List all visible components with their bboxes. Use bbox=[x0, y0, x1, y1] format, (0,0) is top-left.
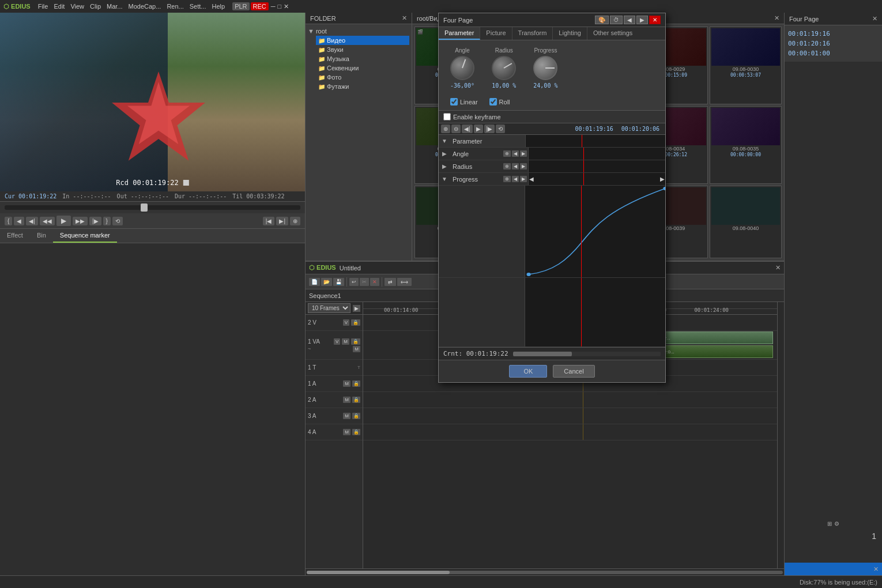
folder-sounds[interactable]: 📁 Звуки bbox=[316, 45, 409, 54]
kf-loop-btn[interactable]: ⟲ bbox=[496, 125, 505, 133]
kf-hscroll-thumb[interactable] bbox=[513, 352, 572, 356]
menu-sett[interactable]: Sett... bbox=[187, 3, 209, 10]
kf-next-btn[interactable]: |▶ bbox=[484, 125, 495, 133]
track-1va-lock[interactable]: 🔒 bbox=[351, 338, 360, 345]
angle-kf-btn3[interactable]: ▶ bbox=[520, 150, 527, 157]
mark-out2-btn[interactable]: ▶| bbox=[276, 217, 288, 225]
track-2v-vis[interactable]: V bbox=[343, 319, 349, 326]
hscroll-track[interactable] bbox=[307, 571, 783, 574]
info-panel-close[interactable]: ✕ bbox=[872, 15, 877, 22]
progress-kf-btn1[interactable]: ⊕ bbox=[503, 176, 511, 182]
ff-btn[interactable]: ▶▶ bbox=[73, 217, 88, 225]
radius-knob[interactable] bbox=[492, 56, 516, 80]
tab-sequence-marker[interactable]: Sequence marker bbox=[53, 229, 117, 243]
param-progress-kf-bar[interactable]: ◀ ▶ bbox=[528, 173, 665, 185]
hscroll-thumb[interactable] bbox=[307, 571, 450, 574]
info-close-bar-btn[interactable]: ✕ bbox=[873, 566, 879, 573]
scrubber-thumb[interactable] bbox=[141, 203, 148, 212]
track-2a-content[interactable] bbox=[363, 392, 777, 408]
dialog-next-btn[interactable]: ▶ bbox=[636, 16, 648, 24]
thumb-0030[interactable]: 09.08-0030 00:00:53:07 bbox=[710, 27, 782, 104]
tab-effect[interactable]: Effect bbox=[0, 229, 30, 243]
timeline-vscrollbar[interactable] bbox=[777, 302, 784, 568]
radius-kf-btn3[interactable]: ▶ bbox=[520, 163, 527, 169]
track-1va-audio-mute[interactable]: M bbox=[353, 346, 360, 352]
edius-second-close[interactable]: ✕ bbox=[775, 264, 781, 272]
step-back-btn[interactable]: ◀| bbox=[26, 217, 38, 225]
folder-root[interactable]: ▼ root bbox=[308, 27, 409, 36]
kf-prev-btn[interactable]: ◀| bbox=[462, 125, 473, 133]
step-fwd-btn[interactable]: |▶ bbox=[89, 217, 101, 225]
roll-check-label[interactable]: Roll bbox=[489, 98, 510, 105]
menu-edit[interactable]: Edit bbox=[51, 3, 67, 10]
menu-help[interactable]: Help bbox=[209, 3, 228, 10]
track-1a-mute[interactable]: M bbox=[343, 380, 350, 387]
track-3a-lock[interactable]: 🔒 bbox=[352, 413, 360, 419]
mark-in-btn[interactable]: { bbox=[5, 217, 12, 225]
progress-arrow-right[interactable]: ▶ bbox=[660, 176, 665, 182]
dialog-prev-btn[interactable]: ◀ bbox=[624, 16, 635, 24]
prev-btn[interactable]: ◀ bbox=[14, 217, 24, 225]
param-radius-kf-area[interactable] bbox=[528, 160, 665, 172]
frame-rate-select[interactable]: 10 Frames bbox=[308, 303, 350, 313]
angle-knob[interactable] bbox=[450, 56, 474, 80]
track-3a-mute[interactable]: M bbox=[343, 413, 350, 419]
maximize-btn[interactable]: □ bbox=[278, 3, 282, 10]
ok-button[interactable]: OK bbox=[509, 365, 547, 378]
ruler-btn[interactable]: ▶ bbox=[353, 305, 360, 312]
radius-kf-btn1[interactable]: ⊕ bbox=[503, 163, 511, 169]
thumb-0035[interactable]: 09.08-0035 00:00:00:00 bbox=[710, 106, 782, 184]
kf-play-btn[interactable]: ▶ bbox=[474, 125, 483, 133]
close-btn[interactable]: ✕ bbox=[284, 3, 289, 10]
loop-btn[interactable]: ⟲ bbox=[112, 217, 123, 225]
track-2v-lock[interactable]: 🔒 bbox=[351, 319, 360, 326]
tb-new[interactable]: 📄 bbox=[309, 278, 320, 286]
param-radius-expand[interactable]: ▶ bbox=[439, 163, 450, 169]
track-2a-lock[interactable]: 🔒 bbox=[352, 397, 360, 403]
track-1va-vis[interactable]: V bbox=[334, 338, 340, 345]
dtab-picture[interactable]: Picture bbox=[480, 27, 512, 40]
track-4a-content[interactable] bbox=[363, 424, 777, 440]
progress-graph[interactable] bbox=[525, 186, 665, 277]
linear-checkbox[interactable] bbox=[450, 98, 458, 105]
progress-kf-btn3[interactable]: ▶ bbox=[520, 176, 527, 182]
dialog-titlebar[interactable]: Four Page 🎨 ⏱ ◀ ▶ ✕ bbox=[439, 13, 665, 27]
track-1va-mute[interactable]: M bbox=[342, 338, 349, 345]
kf-hscrollbar[interactable] bbox=[513, 352, 661, 356]
dtab-other[interactable]: Other settings bbox=[587, 27, 638, 40]
folder-music[interactable]: 📁 Музыка bbox=[316, 54, 409, 63]
menu-ren[interactable]: Ren... bbox=[164, 3, 186, 10]
track-2a-mute[interactable]: M bbox=[343, 397, 350, 403]
tb-sync[interactable]: ⟷ bbox=[397, 278, 412, 286]
tb-cut[interactable]: ✂ bbox=[360, 278, 369, 286]
folder-close-btn[interactable]: ✕ bbox=[402, 14, 407, 22]
extra-btn[interactable]: ⊕ bbox=[290, 217, 300, 225]
tb-ripple[interactable]: ⇄ bbox=[385, 278, 396, 286]
progress-knob[interactable] bbox=[533, 56, 557, 80]
track-4a-lock[interactable]: 🔒 bbox=[352, 429, 360, 435]
param-progress-expand[interactable]: ▼ bbox=[439, 176, 450, 182]
track-4a-mute[interactable]: M bbox=[343, 429, 350, 435]
angle-kf-btn1[interactable]: ⊕ bbox=[503, 150, 511, 157]
mark-out-btn[interactable]: } bbox=[103, 217, 111, 225]
tb-save[interactable]: 💾 bbox=[333, 278, 344, 286]
tab-bin[interactable]: Bin bbox=[30, 229, 53, 243]
enable-keyframe-checkbox[interactable] bbox=[443, 113, 451, 120]
timeline-hscrollbar[interactable] bbox=[306, 568, 784, 575]
param-angle-expand[interactable]: ▶ bbox=[439, 150, 450, 157]
menu-modecap[interactable]: ModeCap... bbox=[126, 3, 164, 10]
info-active-bar[interactable]: ✕ bbox=[785, 563, 882, 575]
scrubber-track[interactable] bbox=[5, 205, 300, 210]
cancel-button[interactable]: Cancel bbox=[553, 365, 594, 378]
mark-in2-btn[interactable]: |◀ bbox=[263, 217, 275, 225]
folder-footage[interactable]: 📁 Футажи bbox=[316, 82, 409, 91]
angle-kf-btn2[interactable]: ◀ bbox=[512, 150, 519, 157]
menu-mar[interactable]: Mar... bbox=[104, 3, 126, 10]
dialog-close-btn[interactable]: ✕ bbox=[649, 16, 661, 24]
kf-add-btn[interactable]: ⊕ bbox=[441, 125, 450, 133]
folder-sequences[interactable]: 📁 Секвенции bbox=[316, 63, 409, 73]
progress-arrow-left[interactable]: ◀ bbox=[529, 176, 534, 182]
menu-view[interactable]: View bbox=[67, 3, 87, 10]
menu-clip[interactable]: Clip bbox=[87, 3, 104, 10]
menu-file[interactable]: File bbox=[35, 3, 51, 10]
